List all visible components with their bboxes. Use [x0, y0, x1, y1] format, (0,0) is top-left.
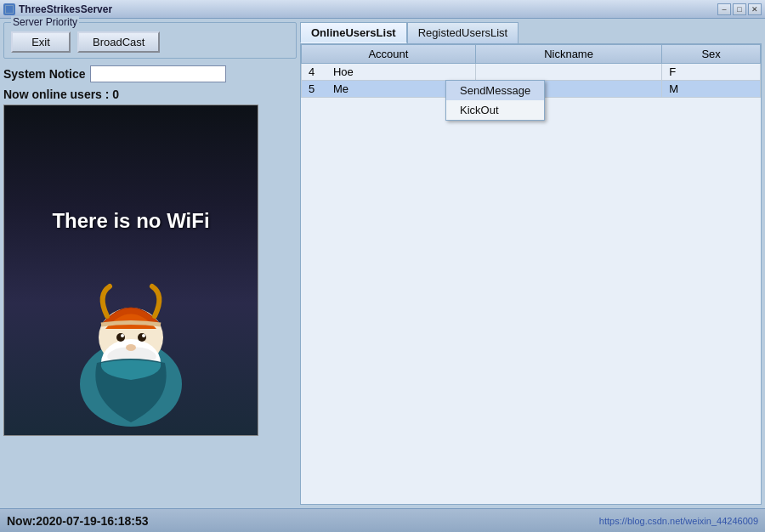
- status-url: https://blog.csdn.net/weixin_44246009: [599, 516, 758, 526]
- close-button[interactable]: ✕: [748, 3, 762, 15]
- title-bar-left: ThreeStrikesServer: [3, 3, 112, 15]
- app-icon: [3, 3, 15, 15]
- table-header-row: Account Nickname Sex: [302, 45, 761, 64]
- title-bar: ThreeStrikesServer – □ ✕: [0, 0, 765, 19]
- table-row[interactable]: 4 Hoe F: [302, 64, 761, 81]
- col-header-sex: Sex: [662, 45, 761, 64]
- window-title: ThreeStrikesServer: [19, 3, 112, 15]
- broadcast-button[interactable]: BroadCast: [77, 31, 160, 53]
- svg-rect-1: [6, 6, 13, 13]
- tab-registered-users[interactable]: RegistedUsersList: [407, 22, 519, 43]
- svg-point-7: [116, 333, 125, 342]
- col-header-account: Account: [302, 45, 476, 64]
- context-menu-kick-out[interactable]: KickOut: [446, 100, 544, 120]
- svg-point-9: [121, 334, 124, 337]
- image-content: There is no WiFi: [4, 105, 258, 435]
- svg-point-11: [126, 344, 136, 351]
- tab-online-users[interactable]: OnlineUsersList: [300, 22, 407, 43]
- col-header-nickname: Nickname: [475, 45, 662, 64]
- right-panel: OnlineUsersList RegistedUsersList Accoun…: [300, 22, 762, 505]
- status-time: Now:2020-07-19-16:18:53: [7, 514, 149, 528]
- cell-account: 4 Hoe: [302, 64, 476, 81]
- context-menu-send-message[interactable]: SendMessage: [446, 81, 544, 100]
- cell-nickname: [475, 64, 662, 81]
- window-controls: – □ ✕: [717, 3, 762, 15]
- server-priority-label: Server Priority: [11, 16, 79, 28]
- server-priority-group: Server Priority Exit BroadCast: [3, 22, 297, 59]
- tabs-bar: OnlineUsersList RegistedUsersList: [300, 22, 762, 43]
- system-notice-row: System Notice: [3, 65, 297, 82]
- system-notice-input[interactable]: [90, 65, 226, 82]
- cell-sex: F: [662, 64, 761, 81]
- online-users-label: Now online users : 0: [3, 88, 297, 101]
- system-notice-label: System Notice: [3, 67, 85, 81]
- maximize-button[interactable]: □: [733, 3, 746, 15]
- status-bar: Now:2020-07-19-16:18:53 https://blog.csd…: [0, 508, 765, 532]
- left-panel: Server Priority Exit BroadCast System No…: [3, 22, 297, 505]
- button-row: Exit BroadCast: [11, 31, 289, 53]
- cell-sex: M: [662, 81, 761, 98]
- image-area: There is no WiFi: [3, 105, 258, 436]
- main-container: Server Priority Exit BroadCast System No…: [0, 19, 765, 508]
- table-container: Account Nickname Sex 4 Hoe F 5 Me: [300, 43, 762, 505]
- svg-point-8: [138, 333, 146, 342]
- minimize-button[interactable]: –: [717, 3, 731, 15]
- character-image: [46, 214, 216, 435]
- context-menu: SendMessage KickOut: [445, 80, 545, 121]
- exit-button[interactable]: Exit: [11, 31, 71, 53]
- svg-point-10: [142, 334, 145, 337]
